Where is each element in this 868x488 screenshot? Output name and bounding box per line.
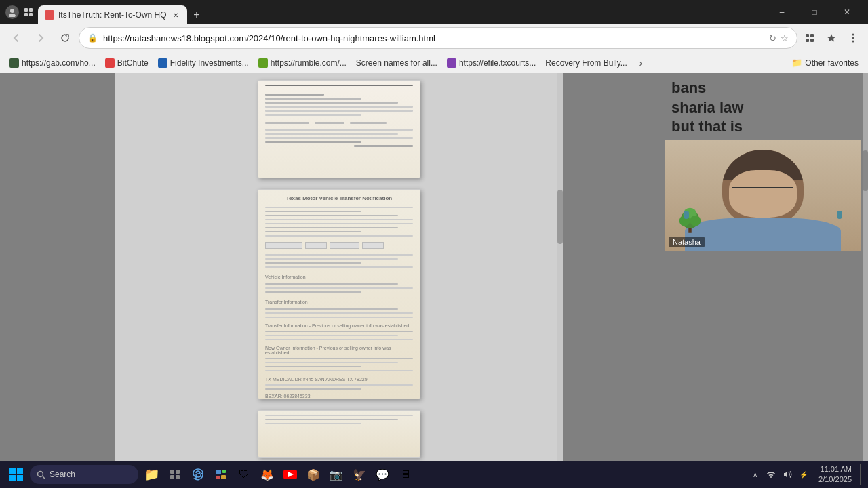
refresh-button[interactable]: [54, 27, 76, 49]
right-panel: bans sharia law but that is: [563, 73, 868, 461]
svg-rect-6: [806, 34, 809, 37]
earring-left: [684, 211, 689, 219]
bookmark-label: https://gab.com/ho...: [22, 58, 96, 68]
svg-rect-8: [806, 39, 809, 42]
svg-rect-7: [810, 34, 814, 37]
windows-logo: [9, 468, 23, 481]
svg-rect-24: [216, 470, 221, 474]
right-scrollbar-thumb[interactable]: [863, 150, 868, 191]
svg-point-10: [852, 34, 854, 36]
bookmark-recovery[interactable]: Recovery From Bully...: [541, 55, 631, 71]
profile-icon[interactable]: [5, 5, 19, 19]
video-logo: [675, 204, 705, 235]
taskbar-chat[interactable]: 💬: [372, 464, 393, 485]
taskbar-task-view[interactable]: [164, 464, 186, 485]
right-scrollbar[interactable]: [863, 73, 868, 461]
video-name-badge: Natasha: [669, 237, 705, 247]
bookmark-rumble[interactable]: https://rumble.com/...: [254, 55, 351, 71]
bookmark-favicon: [447, 58, 456, 68]
url-text: https://natashanews18.blogspot.com/2024/…: [103, 33, 764, 43]
more-button[interactable]: [844, 28, 863, 47]
taskbar-search[interactable]: Search: [30, 465, 138, 484]
taskbar: Search 📁: [0, 461, 868, 488]
address-bar[interactable]: 🔒 https://natashanews18.blogspot.com/202…: [79, 27, 797, 49]
close-button[interactable]: ✕: [831, 0, 863, 24]
taskbar-widgets[interactable]: [210, 464, 232, 485]
svg-rect-25: [222, 470, 226, 473]
tab-close-button[interactable]: ✕: [171, 10, 180, 20]
maximize-button[interactable]: □: [799, 0, 830, 24]
video-content: Natasha: [665, 140, 861, 251]
video-area: bans sharia law but that is: [665, 73, 861, 251]
taskbar-search-label: Search: [50, 470, 75, 479]
document-wrapper-2: Texas Motor Vehicle Transfer Notificatio…: [129, 189, 549, 399]
tray-speaker-icon[interactable]: [781, 468, 794, 481]
scrollbar[interactable]: [557, 73, 563, 461]
document-image-2: Texas Motor Vehicle Transfer Notificatio…: [258, 189, 420, 399]
video-frame: Natasha: [665, 140, 861, 251]
taskbar-youtube[interactable]: [279, 464, 301, 485]
start-button[interactable]: [5, 464, 27, 485]
svg-line-19: [43, 476, 45, 479]
bookmarks-more-button[interactable]: ›: [633, 55, 649, 71]
tray-up-arrow[interactable]: ∧: [748, 468, 762, 481]
svg-rect-23: [176, 475, 180, 479]
reload-icon[interactable]: ↻: [769, 33, 776, 43]
back-button[interactable]: [5, 27, 27, 49]
address-bar-icons: ↻ ☆: [769, 33, 789, 43]
bookmark-label: Screen names for all...: [356, 58, 437, 68]
document-wrapper-3: [129, 410, 549, 458]
tab-grid-icon[interactable]: [22, 5, 35, 19]
show-desktop-button[interactable]: [860, 464, 863, 485]
taskbar-amazon[interactable]: 📦: [302, 464, 324, 485]
taskbar-clock[interactable]: 11:01 AM 2/10/2025: [813, 464, 857, 485]
taskbar-search-icon: [37, 470, 45, 479]
bookmark-screen-names[interactable]: Screen names for all...: [352, 55, 441, 71]
taskbar-eagle[interactable]: 🦅: [349, 464, 370, 485]
tray-battery-icon[interactable]: ⚡: [797, 468, 810, 481]
svg-rect-5: [29, 13, 33, 16]
forward-button[interactable]: [30, 27, 52, 49]
svg-point-12: [852, 41, 854, 43]
system-tray: ∧ ⚡: [748, 468, 810, 481]
other-favorites-label: Other favorites: [805, 58, 859, 68]
bookmark-label: https://efile.txcourts...: [459, 58, 536, 68]
bans-text-block: bans sharia law but that is: [665, 73, 861, 137]
bookmark-gab[interactable]: https://gab.com/ho...: [5, 55, 100, 71]
star-icon[interactable]: ☆: [781, 33, 789, 43]
bookmark-favicon: [105, 58, 115, 68]
content-area: Texas Motor Vehicle Transfer Notificatio…: [0, 73, 868, 461]
taskbar-time: 11:01 AM: [818, 464, 852, 474]
svg-rect-20: [170, 470, 174, 474]
active-tab[interactable]: ItsTheTruth: Rent-To-Own HQ Ni... ✕: [38, 5, 187, 24]
svg-rect-4: [24, 13, 28, 16]
minimize-button[interactable]: –: [766, 0, 797, 24]
taskbar-firefox[interactable]: 🦊: [256, 464, 278, 485]
favorites-button[interactable]: [822, 28, 841, 47]
bookmark-label: https://rumble.com/...: [271, 58, 347, 68]
taskbar-security[interactable]: 🛡: [233, 464, 255, 485]
bookmark-favicon: [158, 58, 167, 68]
scrollbar-thumb[interactable]: [557, 190, 563, 244]
tab-bar: ItsTheTruth: Rent-To-Own HQ Ni... ✕ +: [38, 0, 206, 24]
taskbar-file-explorer[interactable]: 📁: [141, 464, 163, 485]
bookmark-favicon: [258, 58, 268, 68]
bookmark-label: Recovery From Bully...: [545, 58, 627, 68]
taskbar-edge[interactable]: [187, 464, 209, 485]
window-controls: – □ ✕: [766, 0, 863, 24]
bookmark-bitchute[interactable]: BitChute: [101, 55, 153, 71]
extensions-button[interactable]: [800, 28, 819, 47]
taskbar-desktop-icon[interactable]: 🖥: [395, 464, 416, 485]
bookmark-fidelity[interactable]: Fidelity Investments...: [154, 55, 253, 71]
tray-network-icon[interactable]: [764, 468, 778, 481]
taskbar-date: 2/10/2025: [818, 474, 852, 485]
page-content: Texas Motor Vehicle Transfer Notificatio…: [115, 73, 563, 461]
taskbar-camera[interactable]: 📷: [326, 464, 347, 485]
bookmark-efile[interactable]: https://efile.txcourts...: [443, 55, 540, 71]
main-content[interactable]: Texas Motor Vehicle Transfer Notificatio…: [115, 73, 563, 461]
left-sidebar: [0, 73, 115, 461]
new-tab-button[interactable]: +: [187, 5, 206, 24]
titlebar: ItsTheTruth: Rent-To-Own HQ Ni... ✕ + – …: [0, 0, 868, 24]
bookmark-favicon: [9, 58, 19, 68]
other-favorites-folder[interactable]: 📁 Other favorites: [787, 55, 863, 71]
